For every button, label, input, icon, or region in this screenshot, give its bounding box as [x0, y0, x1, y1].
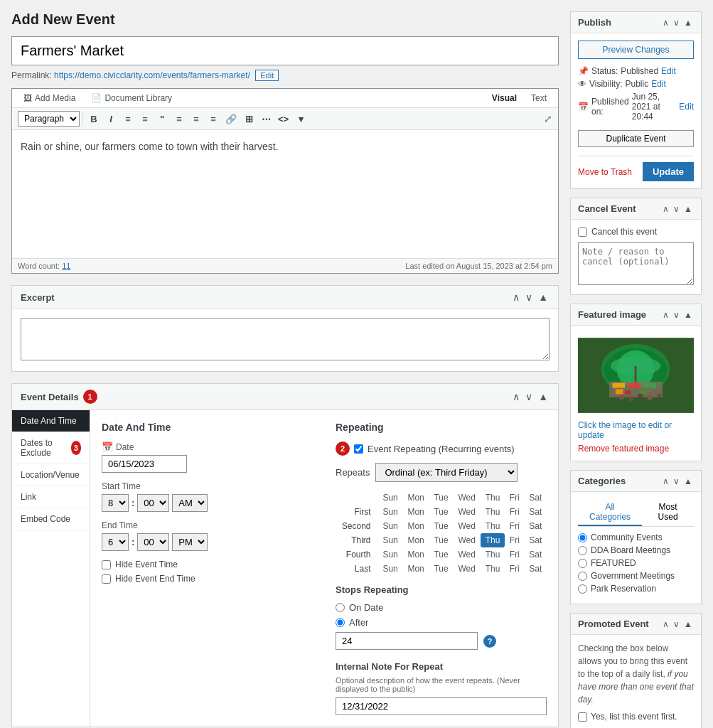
excerpt-collapse-down[interactable]: ∨	[524, 291, 534, 303]
align-right-button[interactable]: ≡	[205, 112, 221, 126]
cancel-event-up[interactable]: ∧	[661, 204, 670, 214]
featured-image-down[interactable]: ∨	[672, 310, 681, 320]
promoted-event-checkbox[interactable]	[578, 712, 587, 722]
fourth-thu[interactable]: Thu	[481, 547, 505, 562]
event-repeating-checkbox[interactable]	[354, 444, 363, 454]
categories-close[interactable]: ▲	[682, 476, 694, 486]
last-mon[interactable]: Mon	[403, 562, 429, 576]
add-media-button[interactable]: 🖼 Add Media	[18, 92, 81, 105]
paragraph-format-select[interactable]: Paragraph	[18, 111, 80, 127]
promoted-event-down[interactable]: ∨	[672, 619, 681, 629]
second-thu[interactable]: Thu	[481, 519, 505, 533]
third-sat[interactable]: Sat	[524, 533, 547, 547]
second-sat[interactable]: Sat	[524, 519, 547, 533]
third-wed[interactable]: Wed	[454, 533, 481, 547]
tab-most-used[interactable]: Most Used	[642, 499, 694, 526]
first-wed[interactable]: Wed	[454, 505, 481, 519]
table-button[interactable]: ⊞	[241, 112, 257, 126]
visibility-edit-link[interactable]: Edit	[651, 79, 666, 89]
fourth-sat[interactable]: Sat	[524, 547, 547, 562]
category-radio-government[interactable]	[578, 572, 587, 581]
sidebar-item-link[interactable]: Link	[12, 486, 90, 508]
start-min-select[interactable]: 00	[137, 494, 169, 512]
after-radio[interactable]	[336, 618, 345, 627]
start-ampm-select[interactable]: AM PM	[172, 494, 208, 512]
second-tue[interactable]: Tue	[429, 519, 454, 533]
status-edit-link[interactable]: Edit	[661, 66, 676, 76]
published-edit-link[interactable]: Edit	[679, 102, 694, 112]
help-icon[interactable]: ?	[483, 635, 496, 648]
move-to-trash-link[interactable]: Move to Trash	[578, 167, 632, 177]
bold-button[interactable]: B	[86, 112, 102, 126]
preview-changes-button[interactable]: Preview Changes	[578, 41, 694, 59]
category-radio-dda[interactable]	[578, 546, 587, 555]
third-thu-selected[interactable]: Thu	[481, 533, 505, 547]
visual-tab[interactable]: Visual	[486, 92, 522, 105]
first-sun[interactable]: Sun	[378, 505, 403, 519]
date-input[interactable]	[102, 455, 187, 473]
last-sun[interactable]: Sun	[378, 562, 403, 576]
first-fri[interactable]: Fri	[505, 505, 524, 519]
third-tue[interactable]: Tue	[429, 533, 454, 547]
tab-all-categories[interactable]: All Categories	[578, 499, 642, 526]
second-mon[interactable]: Mon	[403, 519, 429, 533]
internal-note-input[interactable]	[336, 697, 547, 715]
sidebar-item-date-time[interactable]: Date And Time	[12, 410, 90, 432]
event-details-down[interactable]: ∨	[524, 391, 534, 402]
categories-up[interactable]: ∧	[661, 476, 670, 486]
fourth-fri[interactable]: Fri	[505, 547, 524, 562]
after-value-input[interactable]	[336, 632, 478, 650]
end-ampm-select[interactable]: AM PM	[172, 533, 208, 551]
featured-image-edit-link[interactable]: Click the image to edit or update	[578, 420, 694, 440]
last-wed[interactable]: Wed	[454, 562, 481, 576]
repeat-type-select[interactable]: Ordinal (ex: Third Friday)	[375, 463, 518, 482]
first-thu[interactable]: Thu	[481, 505, 505, 519]
update-button[interactable]: Update	[643, 162, 694, 181]
duplicate-event-button[interactable]: Duplicate Event	[578, 130, 694, 147]
publish-down[interactable]: ∨	[672, 18, 681, 28]
first-sat[interactable]: Sat	[524, 505, 547, 519]
expand-toolbar-button[interactable]: ▾	[293, 112, 309, 126]
permalink-edit-button[interactable]: Edit	[255, 70, 279, 81]
last-sat[interactable]: Sat	[524, 562, 547, 576]
word-count-value[interactable]: 11	[62, 262, 70, 270]
code-button[interactable]: <>	[275, 112, 291, 126]
third-sun[interactable]: Sun	[378, 533, 403, 547]
cancel-event-close[interactable]: ▲	[682, 204, 694, 214]
excerpt-close[interactable]: ▲	[537, 291, 550, 303]
cancel-event-checkbox[interactable]	[578, 228, 587, 237]
second-wed[interactable]: Wed	[454, 519, 481, 533]
publish-up[interactable]: ∧	[661, 18, 670, 28]
event-details-close[interactable]: ▲	[537, 391, 550, 402]
italic-button[interactable]: I	[103, 112, 119, 126]
first-mon[interactable]: Mon	[403, 505, 429, 519]
last-thu[interactable]: Thu	[481, 562, 505, 576]
third-fri[interactable]: Fri	[505, 533, 524, 547]
second-sun[interactable]: Sun	[378, 519, 403, 533]
fourth-mon[interactable]: Mon	[403, 547, 429, 562]
ol-button[interactable]: ≡	[137, 112, 153, 126]
featured-image-preview[interactable]	[578, 333, 694, 418]
third-mon[interactable]: Mon	[403, 533, 429, 547]
category-radio-community[interactable]	[578, 533, 587, 542]
fourth-tue[interactable]: Tue	[429, 547, 454, 562]
fourth-sun[interactable]: Sun	[378, 547, 403, 562]
end-hour-select[interactable]: 6	[102, 533, 129, 551]
sidebar-item-location[interactable]: Location/Venue	[12, 464, 90, 486]
fullscreen-button[interactable]: ⤢	[544, 113, 552, 124]
excerpt-collapse-up[interactable]: ∧	[511, 291, 521, 303]
blockquote-button[interactable]: "	[154, 112, 170, 126]
sidebar-item-dates-exclude[interactable]: Dates to Exclude 3	[12, 432, 90, 464]
event-details-up[interactable]: ∧	[511, 391, 521, 402]
remove-featured-image-link[interactable]: Remove featured image	[578, 444, 669, 454]
document-library-button[interactable]: 📄 Document Library	[85, 92, 178, 105]
sidebar-item-embed[interactable]: Embed Code	[12, 508, 90, 530]
on-date-radio[interactable]	[336, 603, 345, 612]
more-button[interactable]: ⋯	[258, 112, 274, 126]
cancel-reason-textarea[interactable]	[578, 242, 694, 285]
fourth-wed[interactable]: Wed	[454, 547, 481, 562]
cancel-event-down[interactable]: ∨	[672, 204, 681, 214]
text-tab[interactable]: Text	[525, 92, 552, 105]
publish-close[interactable]: ▲	[682, 18, 694, 28]
category-radio-park[interactable]	[578, 584, 587, 594]
